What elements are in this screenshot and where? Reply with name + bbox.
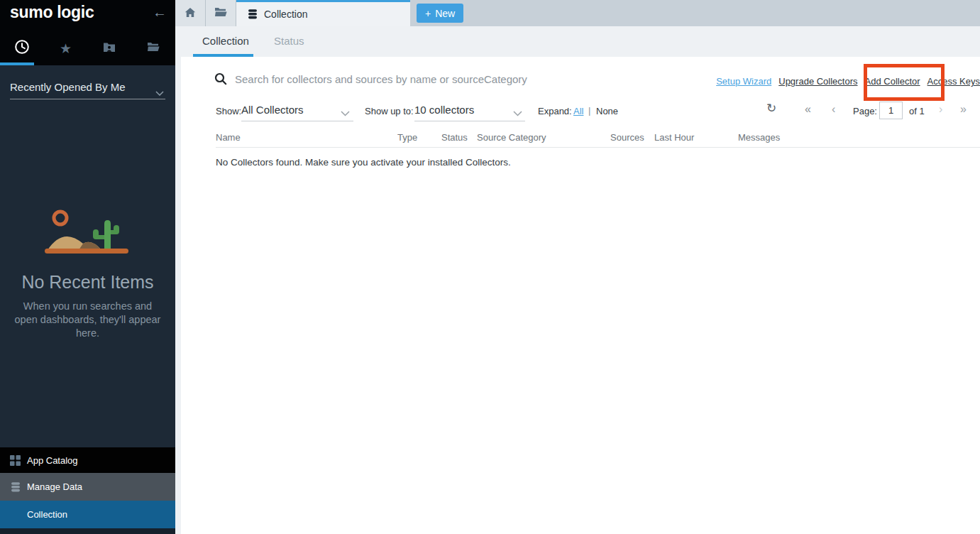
active-tab-indicator <box>0 62 34 65</box>
show-dropdown-underline <box>241 121 353 121</box>
sidebar-item-label: Manage Data <box>27 481 82 492</box>
database-icon <box>10 481 21 493</box>
column-header-sources: Sources <box>610 132 644 143</box>
no-recent-items-title: No Recent Items <box>0 272 175 293</box>
show-label: Show: <box>216 106 241 116</box>
recent-filter-dropdown[interactable]: Recently Opened By Me <box>0 74 175 102</box>
home-icon <box>185 7 196 20</box>
access-keys-link[interactable]: Access Keys <box>927 76 980 87</box>
page-label: Page: <box>853 106 877 116</box>
column-header-name: Name <box>216 132 241 143</box>
sidebar-item-label: Collection <box>27 509 67 520</box>
plus-icon: + <box>425 8 431 19</box>
sidebar-item-collection[interactable]: Collection <box>0 501 175 528</box>
column-header-type: Type <box>397 132 417 143</box>
no-recent-items-subtitle: When you run searches and open dashboard… <box>13 300 163 340</box>
sidebar-tab-library[interactable] <box>131 34 175 62</box>
collapse-sidebar-button[interactable]: ← <box>153 4 167 21</box>
empty-state-message: No Collectors found. Make sure you activ… <box>216 157 511 168</box>
chevron-down-icon[interactable] <box>341 107 350 119</box>
column-header-last-hour: Last Hour <box>654 132 694 143</box>
first-page-button[interactable]: « <box>805 104 811 115</box>
column-header-messages: Messages <box>738 132 780 143</box>
page-number-input[interactable] <box>879 102 903 119</box>
library-button[interactable] <box>206 0 236 26</box>
grid-icon <box>10 455 21 466</box>
table-header-divider <box>216 147 980 148</box>
sumo-logic-app: sumo logic ← ★ <box>0 0 980 534</box>
chevron-down-icon <box>155 86 164 99</box>
upgrade-collectors-link[interactable]: Upgrade Collectors <box>778 76 857 87</box>
refresh-icon[interactable]: ↻ <box>766 101 776 116</box>
expand-separator: | <box>588 105 590 116</box>
sidebar-tab-favorites[interactable]: ★ <box>44 34 88 62</box>
open-folder-icon <box>214 7 227 19</box>
sub-tab-bar: Collection Status <box>175 26 980 57</box>
expand-none-link[interactable]: None <box>596 106 618 116</box>
sidebar-item-label: App Catalog <box>27 455 78 466</box>
clock-icon <box>14 39 30 58</box>
collector-links: Setup Wizard Upgrade Collectors Add Coll… <box>716 76 980 87</box>
tab-collection[interactable]: Collection <box>236 0 410 26</box>
show-up-to-underline <box>414 121 525 121</box>
show-dropdown[interactable]: All Collectors <box>241 104 304 116</box>
column-header-status: Status <box>441 132 468 143</box>
sidebar-tab-recents[interactable] <box>0 34 44 62</box>
search-icon <box>214 72 227 88</box>
database-icon <box>247 9 258 20</box>
new-button[interactable]: + New <box>417 4 463 23</box>
prev-page-button[interactable]: ‹ <box>832 104 835 115</box>
add-collector-link[interactable]: Add Collector <box>865 76 920 87</box>
person-folder-icon <box>103 41 116 55</box>
sidebar-header: sumo logic ← ★ <box>0 0 175 65</box>
show-up-to-dropdown[interactable]: 10 collectors <box>414 104 474 116</box>
column-header-source-category: Source Category <box>477 132 546 143</box>
expand-all-link[interactable]: All <box>573 106 583 116</box>
sidebar-tab-personal-folder[interactable] <box>88 34 132 62</box>
sidebar-item-manage-data[interactable]: Manage Data <box>0 473 175 501</box>
main-area: Collection + New Collection Status Setup… <box>175 0 980 534</box>
left-arrow-icon: ← <box>153 4 167 20</box>
sidebar-bottom-strip <box>0 528 175 534</box>
sidebar: sumo logic ← ★ <box>0 0 175 534</box>
star-icon: ★ <box>60 42 72 55</box>
collection-panel: Setup Wizard Upgrade Collectors Add Coll… <box>181 57 980 534</box>
page-of-label: of 1 <box>909 106 925 116</box>
sumo-logic-logo: sumo logic <box>10 3 94 22</box>
chevron-down-icon[interactable] <box>513 107 522 119</box>
search-input[interactable] <box>235 68 703 89</box>
sidebar-tabs: ★ <box>0 34 175 62</box>
tab-label: Collection <box>264 9 307 20</box>
subtab-collection[interactable]: Collection <box>202 35 249 47</box>
last-page-button[interactable]: » <box>960 104 967 115</box>
expand-label: Expand: <box>538 106 572 116</box>
subtab-status[interactable]: Status <box>274 35 304 47</box>
recent-filter-divider <box>10 99 165 99</box>
setup-wizard-link[interactable]: Setup Wizard <box>716 76 771 87</box>
open-folder-icon <box>147 42 160 55</box>
home-button[interactable] <box>175 0 206 26</box>
next-page-button[interactable]: › <box>939 104 942 115</box>
desert-illustration <box>45 208 130 261</box>
top-tab-bar: Collection + New <box>175 0 980 26</box>
new-button-label: New <box>435 8 455 19</box>
show-up-to-label: Show up to: <box>365 106 414 116</box>
sidebar-item-app-catalog[interactable]: App Catalog <box>0 447 175 473</box>
recent-filter-label: Recently Opened By Me <box>10 81 126 93</box>
